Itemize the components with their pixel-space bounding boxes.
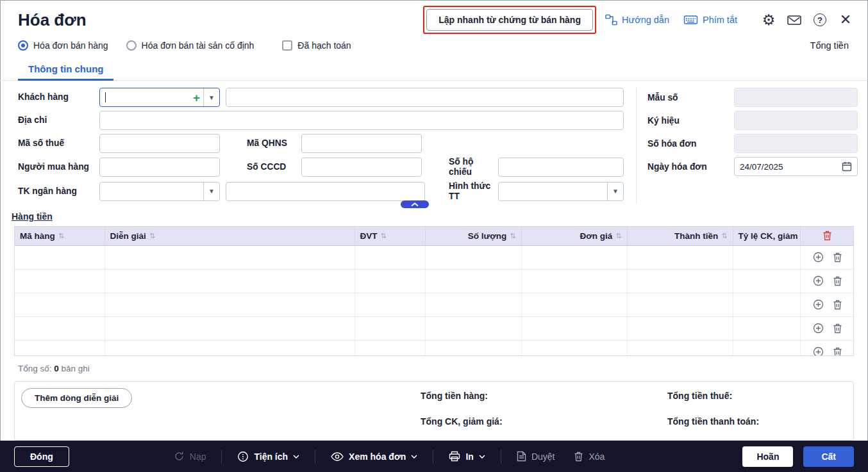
checkbox-posted[interactable]: Đã hạch toán [282,40,351,51]
cell-unit-price[interactable] [521,293,627,316]
cell-amount[interactable] [627,340,733,356]
citizen-id-input[interactable] [301,158,422,177]
add-row-icon[interactable] [813,323,824,334]
cell-quantity[interactable] [425,245,521,269]
collapse-form-button[interactable] [401,200,429,208]
cell-description[interactable] [104,316,355,340]
cell-unit[interactable] [355,293,425,316]
cell-unit-price[interactable] [521,269,627,293]
col-unit[interactable]: ĐVT [360,231,378,241]
reload-button[interactable]: Nạp [174,451,206,462]
cell-description[interactable] [104,245,355,269]
address-input[interactable] [99,111,624,130]
cell-amount[interactable] [627,245,733,269]
add-row-icon[interactable] [813,299,824,310]
cell-unit-price[interactable] [521,340,627,356]
approve-button[interactable]: Duyệt [517,451,555,462]
chevron-down-icon[interactable]: ▼ [203,88,219,106]
sort-icon[interactable]: ⇅ [149,232,155,240]
utilities-menu[interactable]: Tiện ích [237,451,299,462]
cell-discount-rate[interactable] [733,269,800,293]
view-invoice-menu[interactable]: Xem hóa đơn [331,452,417,462]
tab-general-info[interactable]: Thông tin chung [18,56,113,80]
col-description[interactable]: Diễn giải [110,231,146,241]
delete-row-icon[interactable] [833,276,842,286]
cell-item-code[interactable] [15,245,104,269]
chevron-down-icon[interactable]: ▼ [607,183,623,200]
cell-item-code[interactable] [15,340,104,356]
tax-code-input[interactable] [99,134,220,153]
delete-row-icon[interactable] [833,300,842,310]
cell-item-code[interactable] [15,269,104,293]
cell-description[interactable] [104,340,355,356]
delete-row-icon[interactable] [833,347,842,357]
invoice-date-input[interactable]: 24/07/2025 [734,157,858,176]
cell-item-code[interactable] [15,293,104,316]
close-button[interactable]: Đóng [14,446,69,467]
items-section-link[interactable]: Hàng tiền [12,211,53,222]
add-row-icon[interactable] [813,346,824,356]
cell-unit-price[interactable] [521,316,627,340]
cell-amount[interactable] [627,293,733,316]
cell-item-code[interactable] [15,316,104,340]
cell-description[interactable] [104,269,355,293]
add-row-icon[interactable] [813,275,824,286]
col-quantity[interactable]: Số lượng [468,231,507,241]
cell-unit[interactable] [355,316,425,340]
cell-amount[interactable] [627,316,733,340]
cell-description[interactable] [104,293,355,316]
add-customer-icon[interactable]: + [193,92,200,104]
customer-name-input[interactable] [226,88,624,107]
passport-input[interactable] [498,158,624,177]
settings-gear-icon[interactable]: ⚙ [760,12,777,28]
cell-discount-rate[interactable] [733,340,800,356]
quick-create-button[interactable]: Lập nhanh từ chứng từ bán hàng [426,9,593,31]
payment-method-combo[interactable]: ▼ [498,182,624,201]
postpone-button[interactable]: Hoãn [742,446,793,467]
cell-discount-rate[interactable] [733,316,800,340]
bank-name-input[interactable] [226,182,425,201]
cell-amount[interactable] [627,269,733,293]
delete-all-rows-icon[interactable] [822,231,832,241]
sort-icon[interactable]: ⇅ [381,232,387,240]
customer-code-combo[interactable]: + ▼ [99,88,220,107]
help-icon[interactable]: ? [812,12,828,28]
cell-unit[interactable] [355,269,425,293]
bank-account-combo[interactable]: ▼ [99,182,220,201]
chevron-down-icon[interactable]: ▼ [203,183,219,200]
cell-quantity[interactable] [425,340,521,356]
delete-button[interactable]: Xóa [574,452,605,462]
add-note-row-button[interactable]: Thêm dòng diễn giải [21,388,132,408]
cell-unit[interactable] [355,245,425,269]
sort-icon[interactable]: ⇅ [58,232,64,240]
cell-unit[interactable] [355,340,425,356]
calendar-icon[interactable] [842,161,852,172]
col-amount[interactable]: Thành tiền [674,231,718,241]
col-discount-rate[interactable]: Tỷ lệ CK, giảm [739,231,798,241]
cell-discount-rate[interactable] [733,245,800,269]
delete-row-icon[interactable] [833,323,842,334]
radio-sales-invoice[interactable]: Hóa đơn bán hàng [18,40,108,51]
print-menu[interactable]: In [449,451,485,462]
sort-icon[interactable]: ⇅ [721,232,727,240]
shortcut-link[interactable]: Phím tắt [683,15,737,25]
col-item-code[interactable]: Mã hàng [20,231,55,241]
add-row-icon[interactable] [813,252,824,263]
sort-icon[interactable]: ⇅ [510,232,515,240]
guide-link[interactable]: Hướng dẫn [605,14,669,26]
cell-quantity[interactable] [425,293,521,316]
col-unit-price[interactable]: Đơn giá [580,231,612,241]
radio-fixed-asset-invoice[interactable]: Hóa đơn bán tài sản cố định [126,40,255,51]
mail-icon[interactable] [786,12,803,28]
cell-quantity[interactable] [425,316,521,340]
qhns-code-input[interactable] [301,134,422,153]
items-table: Mã hàng⇅ Diễn giải⇅ ĐVT⇅ Số lượng⇅ Đơn g… [14,226,854,356]
save-button[interactable]: Cất [803,446,854,467]
close-icon[interactable]: ✕ [837,12,854,28]
cell-discount-rate[interactable] [733,293,800,316]
cell-unit-price[interactable] [521,245,627,269]
sort-icon[interactable]: ⇅ [615,232,621,240]
cell-quantity[interactable] [425,269,521,293]
delete-row-icon[interactable] [833,252,842,263]
buyer-input[interactable] [99,158,220,177]
